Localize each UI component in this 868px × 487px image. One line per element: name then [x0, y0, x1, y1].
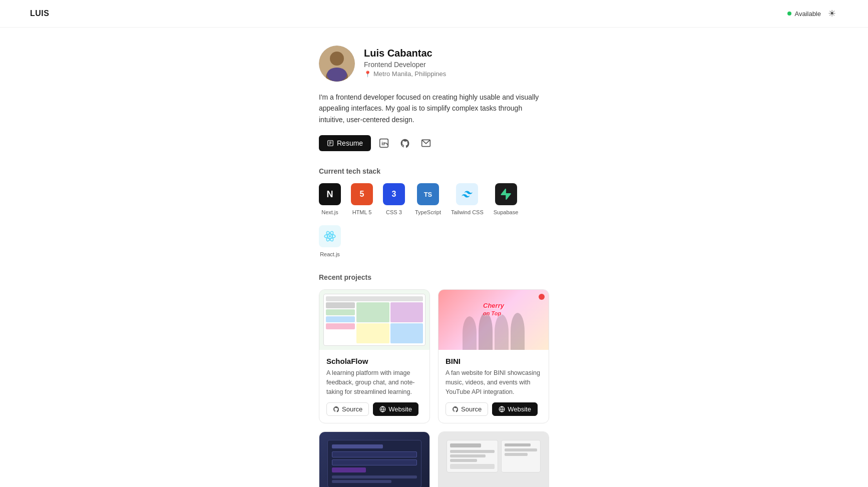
unit-converter-thumbnail	[439, 432, 549, 487]
bini-website-icon	[499, 406, 505, 412]
resume-label: Resume	[337, 139, 363, 147]
svg-point-1	[330, 52, 344, 66]
projects-section: Recent projects	[319, 273, 549, 487]
profile-role: Frontend Developer	[364, 61, 446, 69]
typescript-icon: TS	[417, 183, 439, 205]
profile-location: 📍 Metro Manila, Philippines	[364, 70, 446, 78]
nav-logo: LUIS	[30, 9, 49, 18]
scholaflow-source-label: Source	[342, 405, 362, 413]
bini-cherry-text: Cherryon Top	[483, 302, 504, 317]
bini-source-icon	[452, 406, 459, 412]
reactjs-label: React.js	[320, 251, 340, 257]
top-nav: LUIS Available ☀	[0, 0, 868, 28]
bini-desc: A fan website for BINI showcasing music,…	[446, 368, 542, 396]
svg-point-12	[329, 235, 331, 237]
tailwind-label: Tailwind CSS	[451, 209, 484, 215]
tech-item-supabase: Supabase	[494, 183, 519, 215]
projects-title: Recent projects	[319, 273, 549, 281]
scholaflow-source-button[interactable]: Source	[326, 402, 369, 416]
tech-item-tailwind: Tailwind CSS	[451, 183, 484, 215]
html5-label: HTML 5	[352, 209, 372, 215]
location-icon: 📍	[364, 71, 371, 78]
bini-red-dot	[539, 294, 545, 300]
project-card-bini: Cherryon Top BINI A fan website for BINI…	[438, 289, 549, 423]
source-icon	[333, 406, 339, 412]
supabase-label: Supabase	[494, 209, 519, 215]
resume-icon	[327, 140, 334, 147]
tech-item-html5: 5 HTML 5	[351, 183, 373, 215]
scholaflow-info: ScholaFlow A learning platform with imag…	[319, 350, 429, 423]
tech-item-css3: 3 CSS 3	[383, 183, 405, 215]
html5-icon: 5	[351, 183, 373, 205]
resume-button[interactable]: Resume	[319, 135, 371, 151]
tech-item-typescript: TS TypeScript	[415, 183, 441, 215]
website-icon	[379, 406, 386, 412]
linkedin-icon[interactable]	[377, 136, 391, 150]
scholaflow-desc: A learning platform with image feedback,…	[326, 368, 422, 396]
tailwind-icon	[456, 183, 478, 205]
main-container: Luis Cabantac Frontend Developer 📍 Metro…	[309, 28, 559, 487]
social-icons	[377, 136, 433, 150]
scholaflow-links: Source Website	[326, 402, 422, 416]
css3-label: CSS 3	[386, 209, 402, 215]
project-card-xenit: Xenit A real-time currency converter Sou…	[319, 431, 430, 487]
nav-right: Available ☀	[787, 7, 838, 20]
avatar	[319, 46, 355, 82]
github-icon[interactable]	[398, 136, 412, 150]
location-text: Metro Manila, Philippines	[373, 70, 446, 78]
tech-item-reactjs: React.js	[319, 225, 341, 257]
profile-name: Luis Cabantac	[364, 48, 446, 59]
svg-point-3	[327, 68, 347, 82]
status-dot	[787, 12, 791, 16]
scholaflow-website-button[interactable]: Website	[373, 402, 418, 416]
tech-icons: N Next.js 5 HTML 5 3 CSS 3	[319, 183, 549, 257]
bio-text: I'm a frontend developer focused on crea…	[319, 92, 549, 125]
tech-item-nextjs: N Next.js	[319, 183, 341, 215]
css3-icon: 3	[383, 183, 405, 205]
profile-info: Luis Cabantac Frontend Developer 📍 Metro…	[364, 46, 446, 78]
bini-source-label: Source	[461, 405, 482, 413]
scholaflow-name: ScholaFlow	[326, 357, 422, 365]
projects-grid: ScholaFlow A learning platform with imag…	[319, 289, 549, 487]
bini-website-button[interactable]: Website	[492, 402, 538, 416]
xenit-thumbnail	[319, 432, 429, 487]
nextjs-icon: N	[319, 183, 341, 205]
tech-stack-title: Current tech stack	[319, 167, 549, 175]
supabase-icon	[495, 183, 517, 205]
project-card-scholaflow: ScholaFlow A learning platform with imag…	[319, 289, 430, 423]
status-text: Available	[794, 10, 821, 18]
nextjs-label: Next.js	[321, 209, 338, 215]
bini-name: BINI	[446, 357, 542, 365]
typescript-label: TypeScript	[415, 209, 441, 215]
status-badge: Available	[787, 10, 821, 18]
bini-info: BINI A fan website for BINI showcasing m…	[439, 350, 549, 423]
scholaflow-website-label: Website	[388, 405, 412, 413]
bini-thumbnail: Cherryon Top	[439, 290, 549, 350]
bini-links: Source Website	[446, 402, 542, 416]
email-icon[interactable]	[419, 136, 433, 150]
bini-source-button[interactable]: Source	[446, 402, 488, 416]
action-row: Resume	[319, 135, 549, 151]
profile-section: Luis Cabantac Frontend Developer 📍 Metro…	[319, 46, 549, 82]
bini-website-label: Website	[508, 405, 531, 413]
scholaflow-thumbnail	[319, 290, 429, 350]
project-card-unit-converter: Unit Converter A unit converter with 50+	[438, 431, 549, 487]
reactjs-icon	[319, 225, 341, 247]
theme-toggle-button[interactable]: ☀	[826, 7, 838, 20]
tech-stack-section: Current tech stack N Next.js 5 HTML 5 3	[319, 167, 549, 257]
